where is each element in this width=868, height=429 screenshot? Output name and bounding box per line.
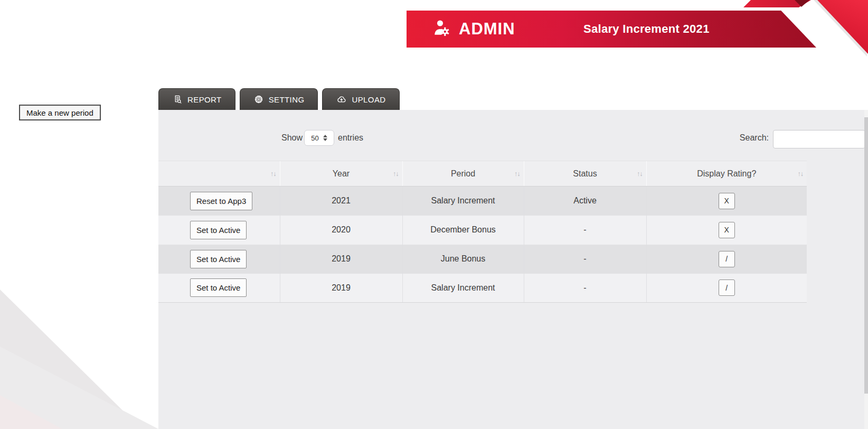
rating-cell: / <box>646 274 807 303</box>
page-size-select[interactable]: 50 <box>304 130 334 146</box>
sort-icon: ↑↓ <box>393 170 399 178</box>
admin-user-gear-icon <box>433 18 452 40</box>
tab-bar: REPORT SETTING UPLOAD <box>158 88 400 110</box>
period-cell: June Bonus <box>402 245 524 274</box>
status-cell: - <box>524 245 646 274</box>
table-row: Set to Active 2020 December Bonus - X <box>158 216 807 245</box>
table-row: Set to Active 2019 Salary Increment - / <box>158 274 807 303</box>
scrollbar-thumb[interactable] <box>864 117 868 394</box>
column-header-status[interactable]: Status ↑↓ <box>524 161 646 186</box>
status-cell: Active <box>524 186 646 216</box>
tab-report-label: REPORT <box>187 95 222 104</box>
year-cell: 2020 <box>280 216 402 245</box>
setting-gear-icon <box>253 94 264 105</box>
rating-toggle-button[interactable]: / <box>719 279 735 296</box>
spinner-arrows-icon <box>323 135 327 141</box>
page-title: Salary Increment 2021 <box>583 22 710 36</box>
year-cell: 2019 <box>280 245 402 274</box>
column-header-actions[interactable]: ↑↓ <box>158 161 280 186</box>
action-cell: Set to Active <box>158 216 280 245</box>
page-size-value: 50 <box>311 134 318 142</box>
header-banner: ADMIN Salary Increment 2021 <box>407 11 816 48</box>
make-new-period-button[interactable]: Make a new period <box>19 105 101 120</box>
column-header-year[interactable]: Year ↑↓ <box>280 161 402 186</box>
year-cell: 2021 <box>280 186 402 216</box>
tab-upload[interactable]: UPLOAD <box>322 88 399 110</box>
tab-upload-label: UPLOAD <box>352 95 385 104</box>
rating-cell: X <box>646 186 807 216</box>
rating-toggle-button[interactable]: / <box>719 251 735 267</box>
rating-toggle-button[interactable]: X <box>719 222 735 238</box>
period-cell: Salary Increment <box>402 274 524 303</box>
table-row: Set to Active 2019 June Bonus - / <box>158 245 807 274</box>
period-cell: Salary Increment <box>402 186 524 216</box>
year-cell: 2019 <box>280 274 402 303</box>
rating-toggle-button[interactable]: X <box>719 193 735 209</box>
tab-report[interactable]: REPORT <box>158 88 235 110</box>
periods-table: ↑↓ Year ↑↓ Period ↑↓ Status ↑↓ Display R… <box>158 161 807 303</box>
entries-label: entries <box>338 133 363 143</box>
show-label: Show <box>281 133 303 143</box>
sort-icon: ↑↓ <box>637 170 643 178</box>
tab-setting-label: SETTING <box>269 95 305 104</box>
upload-cloud-icon <box>336 94 347 105</box>
rating-cell: X <box>646 216 807 245</box>
table-row: Reset to App3 2021 Salary Increment Acti… <box>158 186 807 216</box>
sort-icon: ↑↓ <box>270 170 276 178</box>
table-header-row: ↑↓ Year ↑↓ Period ↑↓ Status ↑↓ Display R… <box>158 161 807 186</box>
admin-label: ADMIN <box>459 20 515 39</box>
action-cell: Reset to App3 <box>158 186 280 216</box>
action-cell: Set to Active <box>158 274 280 303</box>
set-to-active-button[interactable]: Set to Active <box>190 278 247 297</box>
search-input[interactable] <box>773 130 865 148</box>
set-to-active-button[interactable]: Set to Active <box>190 221 247 239</box>
status-cell: - <box>524 274 646 303</box>
action-cell: Set to Active <box>158 245 280 274</box>
search-label: Search: <box>733 133 769 143</box>
report-icon <box>172 94 183 105</box>
content-panel: Show 50 entries Search: ↑↓ Year ↑↓ Perio… <box>158 110 868 429</box>
reset-to-app-button[interactable]: Reset to App3 <box>190 192 252 210</box>
column-header-display-rating[interactable]: Display Rating? ↑↓ <box>646 161 807 186</box>
sort-icon: ↑↓ <box>798 170 804 178</box>
status-cell: - <box>524 216 646 245</box>
period-cell: December Bonus <box>402 216 524 245</box>
column-header-period[interactable]: Period ↑↓ <box>402 161 524 186</box>
tab-setting[interactable]: SETTING <box>240 88 318 110</box>
sort-icon: ↑↓ <box>514 170 520 178</box>
set-to-active-button[interactable]: Set to Active <box>190 250 247 268</box>
rating-cell: / <box>646 245 807 274</box>
